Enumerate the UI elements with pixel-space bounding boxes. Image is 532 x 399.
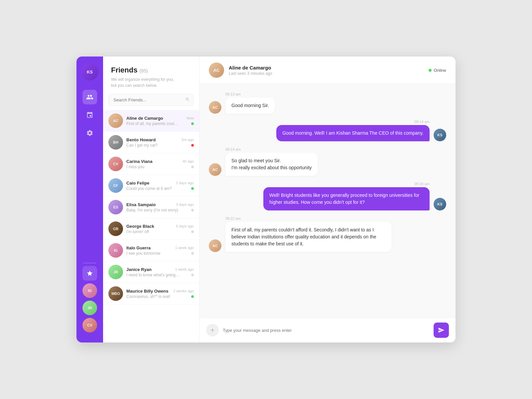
search-box xyxy=(108,94,194,106)
friend-info-bento: Bento Howard 5m ago Can I get my cat? xyxy=(126,137,194,148)
friend-name-george: George Black xyxy=(126,224,154,229)
message-content-1: 09:13 am Good morning Sir. xyxy=(225,92,275,114)
search-icon xyxy=(185,97,190,103)
friend-status-carina xyxy=(191,166,194,168)
message-input[interactable] xyxy=(223,328,430,333)
friend-msg-maurice: Coronavirus, sh** is real! xyxy=(126,294,170,299)
sidebar-star[interactable] xyxy=(82,266,97,281)
message-content-3: 09:14 am So glad to meet you Sir.I'm rea… xyxy=(225,147,318,176)
friend-msg-carina: I miss you xyxy=(126,165,144,169)
search-input[interactable] xyxy=(108,94,194,106)
friend-avatar-caio: CF xyxy=(108,178,123,193)
friend-info-italo: Italo Guerra 1 week ago I see you tomorr… xyxy=(126,245,194,256)
friend-name-maurice: Maurice Billy Owens xyxy=(126,289,168,294)
friends-label: Friends xyxy=(111,66,137,74)
online-dot xyxy=(429,69,432,72)
friend-time-janice: 1 week ago xyxy=(175,267,194,271)
sidebar-avatar-carina[interactable]: CV xyxy=(82,318,97,332)
friend-time-elisa: 3 days ago xyxy=(176,202,194,206)
friends-count: (85) xyxy=(139,68,148,73)
chat-input-area: + xyxy=(200,318,456,342)
friend-avatar-carina: CV xyxy=(108,157,123,171)
friend-name-bento: Bento Howard xyxy=(126,137,156,142)
friend-avatar-italo: IG xyxy=(108,243,123,258)
friend-item-bento[interactable]: BH Bento Howard 5m ago Can I get my cat? xyxy=(103,132,199,153)
chat-contact-name: Aline de Camargo xyxy=(229,65,424,70)
friend-msg-george: I'm turnin' off xyxy=(126,229,149,234)
message-bubble-1: Good morning Sir. xyxy=(225,97,275,114)
friend-item-carina[interactable]: CV Carina Viana 4h ago I miss you xyxy=(103,153,199,175)
friend-status-aline xyxy=(191,122,194,125)
chat-panel: AC Aline de Camargo Last seen 3 minutes … xyxy=(200,57,456,342)
friend-time-caio: 2 days ago xyxy=(176,181,194,185)
friend-time-george: 6 days ago xyxy=(176,224,194,228)
friend-name-elisa: Elisa Sampaio xyxy=(126,202,156,207)
sidebar-item-settings[interactable] xyxy=(82,126,97,140)
friend-name-janice: Janice Ryan xyxy=(126,267,152,272)
add-attachment-button[interactable]: + xyxy=(206,324,219,336)
friend-item-caio[interactable]: CF Caio Felipe 2 days ago Could you come… xyxy=(103,175,199,197)
message-row-2: KS 09:14 am Good morning. Well! I am Kis… xyxy=(209,120,446,141)
message-time-1: 09:13 am xyxy=(225,92,275,96)
friend-info-caio: Caio Felipe 2 days ago Could you come at… xyxy=(126,181,194,191)
sidebar-bottom: IG JR CV xyxy=(82,266,97,336)
friend-time-carina: 4h ago xyxy=(183,159,194,163)
friend-item-george[interactable]: GB George Black 6 days ago I'm turnin' o… xyxy=(103,218,199,240)
friends-panel: Friends (85) We will organize everything… xyxy=(103,57,200,342)
friend-item-maurice[interactable]: MBO Maurice Billy Owens 2 weeks ago Coro… xyxy=(103,283,199,305)
friend-info-carina: Carina Viana 4h ago I miss you xyxy=(126,159,194,169)
app-container: KS xyxy=(76,57,456,342)
message-row-3: AC 09:14 am So glad to meet you Sir.I'm … xyxy=(209,147,446,176)
sidebar-divider xyxy=(83,263,96,263)
friends-list: AC Aline de Camargo Now First of all, my… xyxy=(103,110,199,342)
message-content-4: 09:20 am Well! Bright students like you … xyxy=(263,182,430,210)
friend-avatar-maurice: MBO xyxy=(108,286,123,301)
friends-subtitle: We will organize everything for you, but… xyxy=(111,76,191,88)
friend-time-maurice: 2 weeks ago xyxy=(173,289,194,293)
message-row-4: KS 09:20 am Well! Bright students like y… xyxy=(209,182,446,210)
chat-online-status: Online xyxy=(429,68,446,73)
friend-item-aline[interactable]: AC Aline de Camargo Now First of all, my… xyxy=(103,110,199,132)
friend-info-aline: Aline de Camargo Now First of all, my pa… xyxy=(126,116,194,126)
message-row-1: AC 09:13 am Good morning Sir. xyxy=(209,92,446,114)
friend-info-maurice: Maurice Billy Owens 2 weeks ago Coronavi… xyxy=(126,289,194,299)
people-icon xyxy=(86,93,93,101)
sidebar-avatar-janice[interactable]: JR xyxy=(82,301,97,315)
friend-time-aline: Now xyxy=(187,116,194,120)
message-avatar-5: AC xyxy=(209,239,221,252)
friend-item-elisa[interactable]: ES Elisa Sampaio 3 days ago Baby, I'm so… xyxy=(103,197,199,218)
friend-time-bento: 5m ago xyxy=(182,138,194,142)
chat-contact-status: Last seen 3 minutes ago xyxy=(229,71,424,76)
friends-title: Friends (85) xyxy=(111,66,191,74)
friend-avatar-elisa: ES xyxy=(108,200,123,214)
friend-avatar-bento: BH xyxy=(108,135,123,150)
online-label: Online xyxy=(434,68,446,73)
sidebar-avatar-italo[interactable]: IG xyxy=(82,283,97,298)
friend-msg-bento: Can I get my cat? xyxy=(126,143,158,148)
sidebar-item-calendar[interactable] xyxy=(82,108,97,122)
friend-item-janice[interactable]: JR Janice Ryan 1 week ago I need to know… xyxy=(103,261,199,283)
friend-msg-janice: I need to know what's going on xyxy=(126,273,180,277)
message-avatar-2: KS xyxy=(434,129,446,141)
message-avatar-1: AC xyxy=(209,101,221,114)
current-user-avatar[interactable]: KS xyxy=(81,63,98,80)
friend-status-italo xyxy=(191,252,194,255)
send-icon xyxy=(438,327,445,333)
message-bubble-3: So glad to meet you Sir.I'm really excit… xyxy=(225,153,318,176)
friend-status-maurice xyxy=(191,295,194,298)
message-content-5: 09:22 am First of all, my parents couldn… xyxy=(225,216,392,252)
message-content-2: 09:14 am Good morning. Well! I am Kishan… xyxy=(276,120,430,141)
send-button[interactable] xyxy=(434,323,449,338)
friend-name-carina: Carina Viana xyxy=(126,159,153,164)
sidebar-item-friends[interactable] xyxy=(82,90,97,104)
friend-avatar-janice: JR xyxy=(108,265,123,279)
message-time-5: 09:22 am xyxy=(225,216,392,220)
message-time-2: 09:14 am xyxy=(276,120,430,124)
message-avatar-3: AC xyxy=(209,163,221,176)
friend-status-george xyxy=(191,230,194,233)
friend-info-elisa: Elisa Sampaio 3 days ago Baby, I'm sorry… xyxy=(126,202,194,212)
message-row-5: AC 09:22 am First of all, my parents cou… xyxy=(209,216,446,252)
friend-avatar-aline: AC xyxy=(108,113,123,128)
friend-item-italo[interactable]: IG Italo Guerra 1 week ago I see you tom… xyxy=(103,240,199,261)
chat-contact-avatar: AC xyxy=(209,63,224,78)
